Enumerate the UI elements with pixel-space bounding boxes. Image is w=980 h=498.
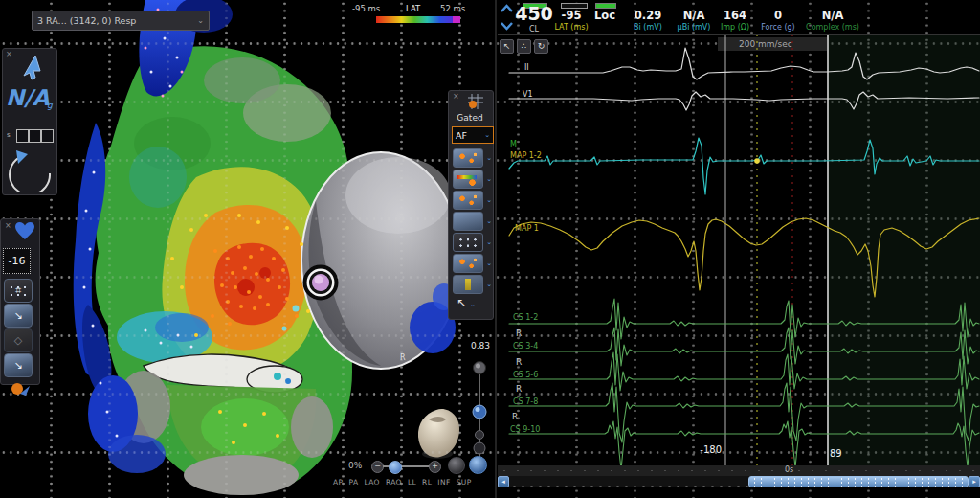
caliper-value-right: 89 (830, 448, 842, 459)
ruler-tool[interactable]: ⌄ (453, 275, 483, 294)
close-icon[interactable]: × (6, 51, 12, 58)
force-box-1[interactable] (16, 129, 29, 143)
points-tool[interactable]: ⌄ (453, 148, 483, 168)
ecg-panel: 450 CL -95 LAT (ms) Loc 0.29 Bi (mV) N/A… (498, 0, 980, 498)
af-map-select[interactable]: AF ⌄ (452, 126, 494, 144)
catheter-tip-marker[interactable] (305, 267, 336, 298)
refresh-button[interactable]: ↻ (534, 39, 548, 54)
force-value: N/A (6, 85, 49, 110)
force-panel: × N/A g s (2, 48, 57, 195)
channel-label-cs910[interactable]: CS 9-10 (510, 425, 540, 434)
catheter-grid-tool[interactable]: ⌗ (4, 279, 33, 303)
orientation-buttons: AP PA LAO RAO LL RL INF SUP (333, 478, 496, 487)
disabled-tool[interactable]: ◇ (4, 328, 33, 352)
heart-3d-map[interactable]: R (0, 0, 496, 498)
channel-label-cs56[interactable]: CS 5-6 (513, 371, 538, 379)
caliper-value-left: -180 (697, 444, 722, 455)
colorbar-min: -95 ms (352, 4, 380, 13)
sweep-speed-label: 200 mm/sec (739, 39, 792, 49)
channel-prefix-r4: R (512, 412, 518, 421)
orientation-pa[interactable]: PA (348, 478, 358, 487)
close-icon[interactable]: × (453, 93, 459, 101)
panel-divider (495, 0, 497, 498)
point-slider-value: 0.83 (457, 341, 490, 351)
orientation-sup[interactable]: SUP (457, 478, 472, 487)
channel-label-map1[interactable]: MAP 1 (515, 224, 539, 233)
trace-toolbar: ↖ ∴ ↻ (500, 39, 548, 54)
channel-prefix-m: M (510, 140, 517, 148)
orientation-ll[interactable]: LL (408, 478, 416, 487)
labels-tool[interactable]: ⌄ (453, 212, 483, 231)
body-orientation-marker: R (400, 353, 406, 362)
force-gauge-icon (7, 145, 55, 192)
colorbar-title: LAT (406, 4, 420, 13)
orientation-rl[interactable]: RL (422, 478, 432, 487)
channel-prefix-r2: R (516, 357, 522, 367)
close-icon[interactable]: × (5, 222, 11, 230)
channel-label-ii[interactable]: II (524, 63, 529, 72)
zoom-in-button[interactable]: + (429, 461, 441, 473)
chevron-down-icon: ⌄ (470, 301, 476, 308)
channel-label-v1[interactable]: V1 (523, 90, 533, 99)
scrollbar-thumb[interactable] (748, 476, 969, 487)
catheter-move-tool[interactable]: ↘ (4, 304, 33, 328)
channel-label-map12[interactable]: MAP 1-2 (510, 151, 542, 160)
time-scrollbar[interactable]: ◂ ▸ (498, 476, 980, 487)
cyan-point (293, 306, 300, 312)
lat-gradient (376, 16, 453, 23)
measurement-header: 450 CL -95 LAT (ms) Loc 0.29 Bi (mV) N/A… (498, 0, 980, 35)
time-zero-label: 0s (785, 465, 793, 474)
gated-map-icon (466, 93, 485, 110)
annotation-point[interactable] (754, 158, 760, 164)
lat-color-scale[interactable] (376, 16, 460, 23)
catheter-select-tool[interactable]: ↘ (4, 353, 33, 377)
channel-prefix-r3: R (516, 384, 522, 394)
scroll-left-button[interactable]: ◂ (498, 476, 509, 487)
chevron-down-icon: ⌄ (484, 131, 490, 139)
stat-ubi: N/A µBi (mV) (673, 0, 715, 32)
map-number-field[interactable]: -16 (3, 248, 31, 274)
orientation-lao[interactable]: LAO (364, 478, 379, 487)
zoom-percent: 0% (348, 461, 362, 470)
channel-label-cs34[interactable]: CS 3-4 (513, 342, 538, 351)
scroll-right-button[interactable]: ▸ (969, 476, 980, 487)
orientation-ap[interactable]: AP (333, 478, 343, 487)
channel-prefix-r1: R (516, 328, 522, 338)
cursor-tool[interactable]: ↖ ⌄ (457, 296, 476, 309)
chevron-down-icon: ⌄ (197, 16, 204, 25)
force-box-2[interactable] (29, 129, 41, 143)
catheter-orange-tool[interactable] (9, 378, 32, 399)
channel-label-cs78[interactable]: CS 7-8 (513, 397, 538, 406)
sphere-view-button[interactable] (448, 457, 465, 474)
tags-tool[interactable]: ⌄ (453, 191, 483, 210)
caliper-tool-button[interactable]: ↖ (500, 39, 514, 54)
map-selector-dropdown[interactable]: 3 RA... (3142, 0) Resp ⌄ (32, 11, 210, 31)
stat-bi: 0.29 Bi (mV) (627, 0, 669, 32)
force-box-3[interactable] (41, 129, 54, 143)
colorbar-labels: -95 ms LAT 52 ms (352, 4, 463, 13)
carto-mapping-screen: R (0, 0, 980, 498)
channel-label-cs12[interactable]: CS 1-2 (513, 313, 538, 322)
zoom-slider-knob[interactable] (389, 461, 402, 474)
stat-imp: 164 Imp (Ω) (714, 0, 756, 32)
orientation-rao[interactable]: RAO (386, 478, 402, 487)
map-right-toolbar: × Gated AF ⌄ ⌄ ⌄ ⌄ ⌄ ⌄ ⌄ ⌄ ↖ ⌄ (448, 90, 494, 320)
map-viewport[interactable]: R (0, 0, 496, 498)
grid-points-tool[interactable]: ⌄ (453, 233, 483, 252)
annotation-tool-button[interactable]: ∴ (517, 39, 531, 54)
left-toolbar: × -16 ⌗ ↘ ◇ ↘ (0, 218, 40, 385)
pair-points-tool[interactable]: ⌄ (453, 254, 483, 273)
heart-icon[interactable] (14, 221, 35, 242)
coloring-tool[interactable]: ⌄ (453, 170, 483, 189)
egm-traces[interactable] (498, 0, 980, 498)
map-selector-label: 3 RA... (3142, 0) Resp (37, 15, 136, 26)
globe-view-button[interactable] (469, 456, 487, 474)
time-axis-strip (498, 465, 980, 476)
point-size-slider: 0.83 (457, 341, 496, 465)
stat-loc: Loc (586, 0, 624, 23)
stat-force: 0 Force (g) (757, 0, 799, 32)
force-unit: g (47, 101, 53, 110)
gated-label: Gated (449, 113, 491, 123)
orientation-inf[interactable]: INF (437, 478, 450, 487)
point-slider-track[interactable] (467, 352, 492, 465)
